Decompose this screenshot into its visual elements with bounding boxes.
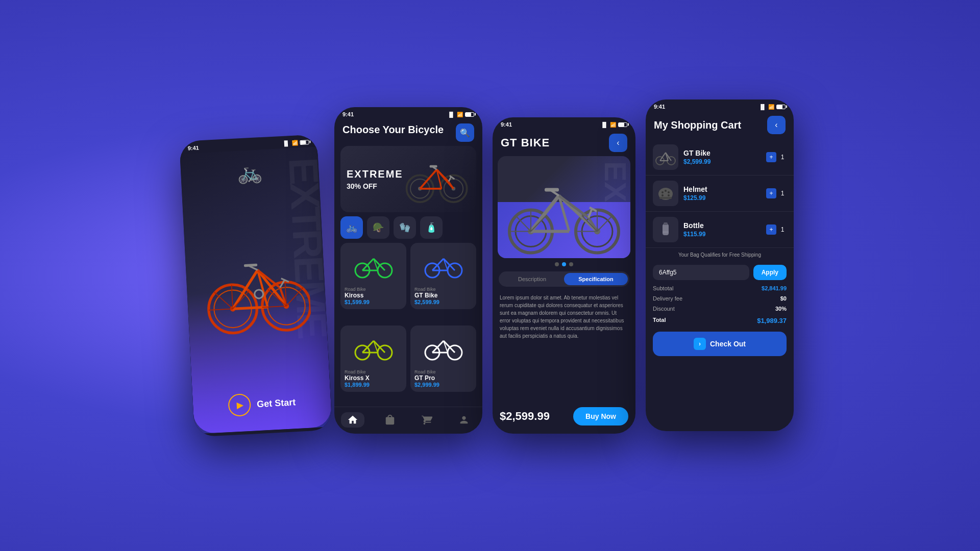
- signal-icons-4: ▐▌ 📶: [759, 104, 786, 110]
- svg-rect-104: [663, 231, 669, 233]
- phone-2-catalog: 9:41 ▐▌ 📶 Choose Your Bicycle 🔍 EXTREME …: [334, 107, 482, 434]
- wifi-icon: 📶: [291, 140, 298, 146]
- checkout-button[interactable]: › Check Out: [653, 332, 787, 356]
- cart-helmet-svg: [655, 185, 676, 203]
- time-3: 9:41: [501, 121, 512, 128]
- cart-qty-1: + 1: [766, 188, 787, 198]
- time-1: 9:41: [187, 144, 199, 151]
- qty-plus-2[interactable]: +: [766, 224, 776, 235]
- bike-card-info-2: Road Bike Kiross X $1,899.99: [345, 369, 402, 388]
- nav-bag[interactable]: [378, 412, 402, 428]
- description-text: Lorem ipsum dolor sit amet. Ab tenetur m…: [493, 290, 635, 402]
- cart-item-name-2: Bottle: [683, 221, 761, 230]
- total-row: Total $1,989.37: [646, 315, 794, 327]
- detail-bike-svg: [503, 169, 625, 258]
- svg-rect-102: [663, 224, 669, 235]
- filter-tab-bike[interactable]: 🚲: [340, 216, 363, 239]
- qty-val-2: 1: [778, 226, 787, 233]
- qty-plus-0[interactable]: +: [766, 152, 776, 162]
- buy-now-button[interactable]: Buy Now: [573, 407, 628, 425]
- svg-rect-15: [244, 263, 257, 267]
- bike-logo-icon: 🚲: [236, 160, 263, 185]
- search-button[interactable]: 🔍: [456, 123, 474, 142]
- tab-specification[interactable]: Specification: [564, 273, 628, 285]
- qty-val-1: 1: [778, 190, 787, 197]
- status-bar-3: 9:41 ▐▌ 📶: [493, 117, 635, 130]
- cart-bike-svg: [655, 148, 676, 166]
- cart-item-name-1: Helmet: [683, 185, 761, 193]
- filter-tabs: 🚲 🪖 🧤 🧴: [334, 212, 482, 243]
- cart-qty-0: + 1: [766, 152, 787, 162]
- cart-item-img-0: [653, 144, 678, 170]
- back-button[interactable]: ‹: [609, 134, 627, 152]
- cart-item-price-1: $125.99: [683, 194, 761, 202]
- catalog-header: Choose Your Bicycle 🔍: [334, 119, 482, 146]
- cart-qty-2: + 1: [766, 224, 787, 235]
- filter-tab-bottle[interactable]: 🧴: [420, 216, 443, 239]
- wifi-4: 📶: [768, 104, 774, 110]
- cart-item-price-0: $2,599.99: [683, 158, 761, 165]
- signal-2: ▐▌: [448, 112, 455, 117]
- filter-tab-glove[interactable]: 🧤: [394, 216, 416, 239]
- detail-footer: $2,599.99 Buy Now: [493, 402, 635, 431]
- coupon-input[interactable]: [653, 265, 749, 280]
- bike-card-img-0: [345, 247, 402, 283]
- cart-icon: [421, 414, 432, 425]
- bike-type-2: Road Bike: [345, 369, 402, 374]
- bike-card-img-2: [345, 330, 402, 365]
- bike-type-1: Road Bike: [414, 287, 472, 292]
- bike-name-1: GT Bike: [414, 292, 472, 299]
- bag-icon: [384, 414, 396, 425]
- svg-line-43: [362, 259, 374, 270]
- qty-plus-1[interactable]: +: [766, 188, 776, 198]
- phone-3-body: GT BIKE ‹ EXTREME: [493, 130, 635, 431]
- signal-icon: ▐▌: [282, 140, 290, 146]
- cart-item-price-2: $115.99: [683, 231, 761, 238]
- phone-4-cart: 9:41 ▐▌ 📶 My Shopping Cart ‹: [646, 99, 794, 431]
- svg-line-19: [214, 291, 233, 309]
- cart-back-button[interactable]: ‹: [767, 116, 786, 134]
- discount-value: 30%: [775, 306, 787, 312]
- battery-2: [465, 112, 474, 117]
- filter-tab-helmet[interactable]: 🪖: [367, 216, 389, 239]
- svg-point-98: [665, 190, 667, 192]
- bike-name-0: Kiross: [345, 292, 402, 299]
- bike-mini-svg-1: [423, 251, 464, 279]
- apply-button[interactable]: Apply: [753, 265, 787, 280]
- svg-line-55: [362, 341, 374, 353]
- svg-line-18: [209, 309, 233, 310]
- phone-1-body: EXTREME 🚲: [180, 146, 332, 434]
- profile-icon: [458, 414, 470, 425]
- bike-price-0: $1,599.99: [345, 299, 402, 305]
- bottom-nav: [334, 407, 482, 431]
- signal-3: ▐▌: [601, 122, 608, 128]
- bike-price-3: $2,999.99: [414, 382, 472, 388]
- nav-cart[interactable]: [415, 412, 438, 428]
- qty-val-0: 1: [778, 154, 787, 161]
- checkout-label: Check Out: [710, 340, 746, 348]
- svg-point-99: [668, 191, 670, 193]
- svg-point-101: [662, 194, 664, 196]
- bike-card-0[interactable]: Road Bike Kiross $1,599.99: [340, 243, 406, 309]
- svg-rect-80: [545, 188, 559, 192]
- svg-rect-40: [429, 165, 437, 168]
- battery-icon: [300, 140, 309, 145]
- bike-card-2[interactable]: Road Bike Kiross X $1,899.99: [340, 325, 406, 392]
- banner-title: EXTREME: [347, 168, 403, 180]
- get-start-button[interactable]: ▶ Get Start: [228, 391, 296, 417]
- nav-profile[interactable]: [452, 412, 476, 428]
- bike-card-3[interactable]: Road Bike GT Pro $2,999.99: [410, 325, 476, 392]
- time-4: 9:41: [654, 104, 665, 110]
- nav-home[interactable]: [341, 412, 364, 428]
- bike-type-3: Road Bike: [414, 369, 472, 374]
- bike-card-1[interactable]: Road Bike GT Bike $2,599.99: [410, 243, 476, 309]
- splash-bike-svg: [200, 230, 312, 342]
- discount-label: Discount: [653, 306, 675, 312]
- battery-3: [618, 122, 627, 127]
- bike-mini-svg-3: [423, 333, 464, 361]
- signal-icons-2: ▐▌ 📶: [448, 112, 474, 117]
- free-shipping-label: Your Bag Qualifies for Free Shipping: [646, 248, 794, 262]
- detail-title: GT BIKE: [501, 136, 550, 149]
- bike-price-1: $2,599.99: [414, 299, 472, 305]
- tab-description[interactable]: Description: [500, 273, 564, 285]
